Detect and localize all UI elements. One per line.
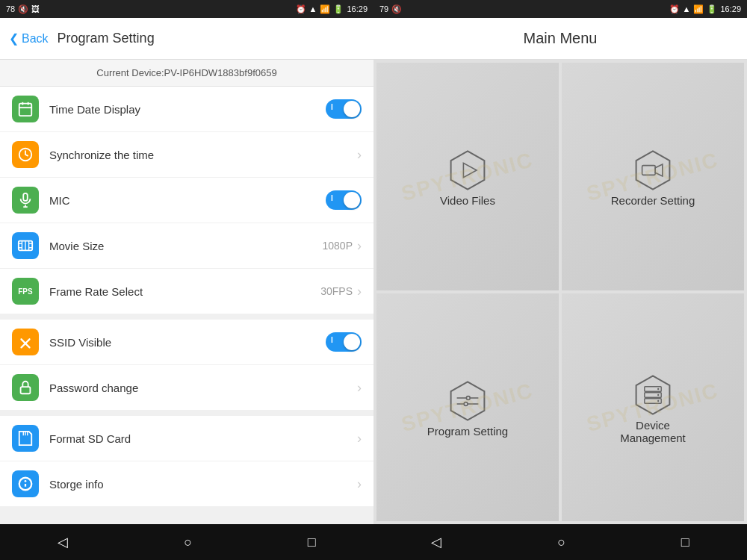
main-menu-grid: SPYTRONIC Video Files SPYTRONIC Recorder… <box>374 60 747 524</box>
mic-toggle[interactable]: I <box>326 190 362 210</box>
setting-item-frame-rate[interactable]: FPS Frame Rate Select 30FPS › <box>0 269 374 314</box>
menu-item-recorder[interactable]: SPYTRONIC Recorder Setting <box>562 63 744 290</box>
movie-size-label: Movie Size <box>49 240 323 252</box>
format-sd-chevron: › <box>357 431 362 447</box>
back-button[interactable]: ❮ Back <box>9 31 49 46</box>
svg-point-34 <box>464 402 468 406</box>
program-setting-label: Program Setting <box>427 425 508 438</box>
movie-size-chevron: › <box>357 238 362 254</box>
main-menu-title: Main Menu <box>524 30 598 47</box>
password-label: Password change <box>49 382 357 394</box>
wifi-icon: ▲ <box>309 4 317 13</box>
recorder-label: Recorder Setting <box>611 194 695 207</box>
ssid-icon <box>12 329 39 355</box>
storage-info-label: Storge info <box>49 478 357 491</box>
menu-item-device-management[interactable]: SPYTRONIC DeviceManagement <box>562 293 744 521</box>
svg-point-31 <box>466 396 470 400</box>
frame-rate-icon: FPS <box>12 278 39 305</box>
svg-point-39 <box>657 388 659 389</box>
status-num: 79 <box>379 4 388 13</box>
page-title: Program Setting <box>58 31 155 46</box>
mic-icon <box>12 187 39 214</box>
recorder-hex-icon <box>629 146 677 194</box>
video-files-hex-icon <box>444 146 492 194</box>
menu-item-program-setting[interactable]: SPYTRONIC Program Setting <box>376 293 559 521</box>
back-chevron-icon: ❮ <box>9 31 19 46</box>
video-files-label: Video Files <box>440 194 495 207</box>
right-status-icons: ⏰ ▲ 📶 🔋 16:29 <box>296 4 368 14</box>
time-date-label: Time Date Display <box>49 103 326 116</box>
left-phone-panel: 78 🔇 🖼 ⏰ ▲ 📶 🔋 16:29 ❮ Back Program Sett… <box>0 0 374 560</box>
battery-icon: 🔋 <box>333 4 344 14</box>
svg-marker-28 <box>451 382 485 420</box>
right-nav-back[interactable]: ◁ <box>413 528 459 556</box>
status-icon-number: 78 <box>6 4 15 13</box>
nav-home-button[interactable]: ○ <box>166 529 210 556</box>
right-alarm-icon: ⏰ <box>669 4 680 14</box>
svg-marker-27 <box>655 164 663 176</box>
settings-section-2: SSID Visible I Password change › <box>0 320 374 410</box>
setting-item-sync-time[interactable]: Synchronize the time › <box>0 132 374 178</box>
svg-rect-26 <box>642 166 656 175</box>
setting-item-format-sd[interactable]: Format SD Card › <box>0 416 374 461</box>
menu-item-video-files[interactable]: SPYTRONIC Video Files <box>376 63 559 290</box>
right-clock: 16:29 <box>720 4 741 13</box>
settings-content: Time Date Display I Synchronize the time… <box>0 87 374 524</box>
svg-point-40 <box>657 393 659 395</box>
nav-back-button[interactable]: ◁ <box>40 528 86 556</box>
device-management-hex-icon <box>629 371 677 419</box>
right-status-left: 79 🔇 <box>379 4 402 14</box>
time-date-toggle[interactable]: I <box>326 99 362 119</box>
svg-marker-24 <box>463 163 477 177</box>
setting-item-password[interactable]: Password change › <box>0 365 374 410</box>
ssid-label: SSID Visible <box>49 336 326 349</box>
setting-item-movie-size[interactable]: Movie Size 1080P › <box>0 223 374 269</box>
clock-display: 16:29 <box>347 4 368 13</box>
svg-marker-35 <box>636 376 670 414</box>
program-setting-hex-icon <box>444 377 492 425</box>
setting-item-storage-info[interactable]: Storge info › <box>0 461 374 506</box>
main-menu-header: Main Menu <box>374 18 747 60</box>
back-label: Back <box>22 32 49 46</box>
ssid-toggle[interactable]: I <box>326 332 362 352</box>
signal-icon: 📶 <box>320 4 330 14</box>
device-management-label: DeviceManagement <box>620 419 686 444</box>
status-icon-image: 🖼 <box>31 4 40 13</box>
storage-info-chevron: › <box>357 476 362 492</box>
svg-point-41 <box>657 399 659 401</box>
sync-time-chevron: › <box>357 147 362 163</box>
sync-time-icon <box>12 141 39 168</box>
nav-recent-button[interactable]: □ <box>290 529 334 556</box>
right-bottom-nav: ◁ ○ □ <box>374 524 747 560</box>
alarm-icon: ⏰ <box>296 4 306 14</box>
mic-label: MIC <box>49 194 326 207</box>
left-status-icons: 78 🔇 🖼 <box>6 4 40 14</box>
frame-rate-chevron: › <box>357 284 362 299</box>
left-status-bar: 78 🔇 🖼 ⏰ ▲ 📶 🔋 16:29 <box>0 0 374 18</box>
right-battery-icon: 🔋 <box>707 4 717 14</box>
settings-section-1: Time Date Display I Synchronize the time… <box>0 87 374 314</box>
right-nav-home[interactable]: ○ <box>539 529 583 556</box>
password-icon <box>12 374 39 401</box>
frame-rate-value: 30FPS <box>320 285 353 297</box>
format-sd-label: Format SD Card <box>49 432 357 445</box>
time-date-icon <box>12 96 39 122</box>
setting-item-time-date[interactable]: Time Date Display I <box>0 87 374 132</box>
program-setting-header: ❮ Back Program Setting <box>0 18 374 60</box>
movie-size-value: 1080P <box>323 240 353 252</box>
right-wifi-icon: ▲ <box>683 4 691 13</box>
setting-item-mic[interactable]: MIC I <box>0 178 374 223</box>
movie-size-icon <box>12 232 39 259</box>
device-info: Current Device:PV-IP6HDW1883bf9f0659 <box>0 60 374 87</box>
format-sd-icon <box>12 425 39 452</box>
left-bottom-nav: ◁ ○ □ <box>0 524 374 560</box>
right-signal-icon: 📶 <box>693 4 704 14</box>
svg-rect-5 <box>23 193 28 201</box>
right-phone-panel: 79 🔇 ⏰ ▲ 📶 🔋 16:29 Main Menu SPYTRONIC V… <box>374 0 747 560</box>
frame-rate-label: Frame Rate Select <box>49 285 320 298</box>
settings-section-3: Format SD Card › Storge info › <box>0 416 374 506</box>
status-icon-mute: 🔇 <box>18 4 28 14</box>
right-nav-recent[interactable]: □ <box>663 529 707 556</box>
setting-item-ssid[interactable]: SSID Visible I <box>0 320 374 365</box>
svg-marker-25 <box>636 151 670 189</box>
